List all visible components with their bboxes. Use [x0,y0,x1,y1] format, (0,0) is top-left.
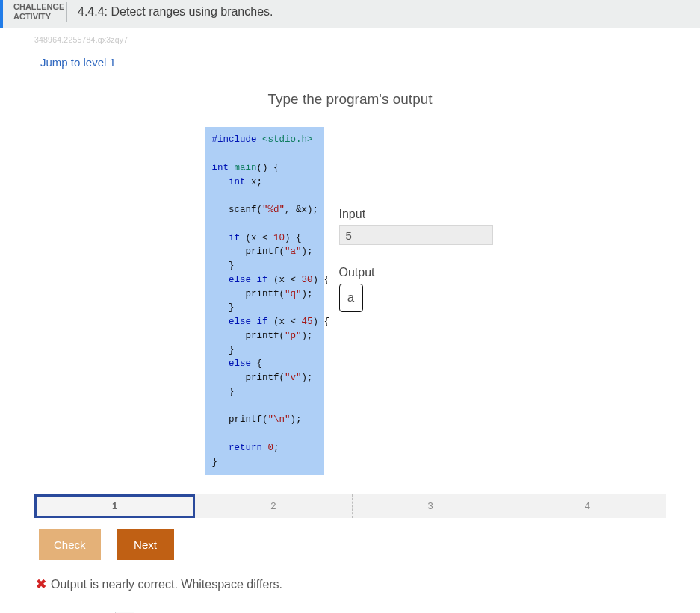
level-tab-3[interactable]: 3 [353,494,509,518]
level-tab-1[interactable]: 1 [34,494,195,518]
level-tab-4[interactable]: 4 [509,494,666,518]
input-label: Input [339,208,496,221]
jump-link[interactable]: Jump to level 1 [0,46,116,69]
challenge-title: 4.4.4: Detect ranges using branches. [78,5,273,19]
level-tabs: 1234 [34,494,666,518]
error-icon: ✖ [36,576,46,592]
output-label: Output [339,266,496,279]
feedback-message: Output is nearly correct. Whitespace dif… [51,578,282,591]
code-block: #include <stdio.h> int main() { int x; s… [205,127,324,475]
check-button[interactable]: Check [39,529,101,560]
challenge-label-line1: CHALLENGE [13,2,64,11]
challenge-label: CHALLENGE ACTIVITY [13,2,67,22]
input-value: 5 [339,225,493,245]
challenge-label-line2: ACTIVITY [13,12,51,21]
level-tab-2[interactable]: 2 [195,494,352,518]
instruction-text: Type the program's output [30,91,670,108]
tracking-id: 348964.2255784.qx3zqy7 [0,28,700,46]
output-input[interactable]: a [339,284,363,312]
next-button[interactable]: Next [117,529,174,560]
challenge-header: CHALLENGE ACTIVITY 4.4.4: Detect ranges … [0,0,700,28]
